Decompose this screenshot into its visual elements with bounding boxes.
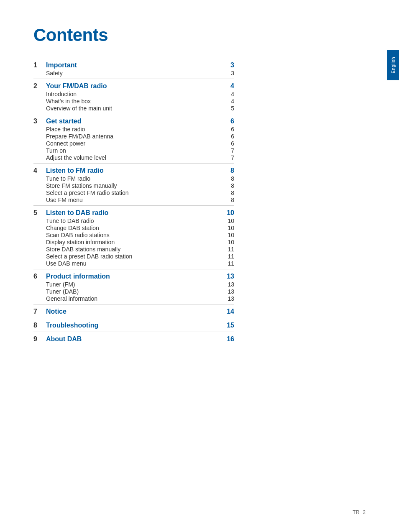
toc-sub-page-3-4: 7 — [222, 154, 234, 161]
toc-section-8: 8Troubleshooting15 — [33, 318, 234, 332]
toc-sub-page-4-3: 8 — [222, 197, 234, 203]
list-item: Store DAB stations manually11 — [46, 246, 234, 253]
page-footer: TR 2 — [353, 509, 366, 515]
toc-sub-title-4-1: Store FM stations manually — [46, 182, 222, 189]
page-container: English Contents 1Important3Safety32Your… — [0, 0, 399, 532]
toc-section-2: 2Your FM/DAB radio4Introduction4What's i… — [33, 79, 234, 114]
toc-sub-page-6-1: 13 — [222, 288, 234, 295]
toc-page-6: 13 — [222, 273, 234, 280]
list-item: Display station information10 — [46, 239, 234, 246]
toc-section-9: 9About DAB16 — [33, 332, 234, 345]
toc-title-8: Troubleshooting — [46, 322, 222, 329]
toc-section-7: 7Notice14 — [33, 304, 234, 318]
toc-title-2: Your FM/DAB radio — [46, 82, 222, 90]
toc-sub-page-5-3: 10 — [222, 239, 234, 246]
toc-sub-page-4-0: 8 — [222, 175, 234, 182]
toc-sub-title-2-2: Overview of the main unit — [46, 105, 222, 112]
toc-number-2: 2 — [33, 82, 46, 90]
toc-sub-title-5-3: Display station information — [46, 239, 222, 246]
toc-sub-title-5-6: Use DAB menu — [46, 260, 222, 267]
toc-number-9: 9 — [33, 335, 46, 343]
toc-sub-title-4-0: Tune to FM radio — [46, 175, 222, 182]
toc-sub-title-5-4: Store DAB stations manually — [46, 246, 222, 253]
toc-sub-page-2-0: 4 — [222, 91, 234, 97]
list-item: Change DAB station10 — [46, 225, 234, 231]
toc-number-8: 8 — [33, 322, 46, 329]
list-item: Tuner (FM)13 — [46, 281, 234, 288]
toc-sub-page-1-0: 3 — [222, 70, 234, 77]
list-item: Tune to FM radio8 — [46, 175, 234, 182]
toc-sub-title-3-4: Adjust the volume level — [46, 154, 222, 161]
list-item: Tuner (DAB)13 — [46, 288, 234, 295]
toc-sub-page-5-1: 10 — [222, 225, 234, 231]
toc-sub-page-2-2: 5 — [222, 105, 234, 112]
toc-title-5: Listen to DAB radio — [46, 209, 222, 217]
toc-sub-title-6-1: Tuner (DAB) — [46, 288, 222, 295]
list-item: Select a preset FM radio station8 — [46, 189, 234, 196]
toc-sub-rows-2: Introduction4What's in the box4Overview … — [33, 91, 234, 112]
footer-page-number: 2 — [363, 509, 366, 515]
toc-page-2: 4 — [222, 82, 234, 90]
list-item: Tune to DAB radio10 — [46, 217, 234, 224]
toc-title-3: Get started — [46, 118, 222, 125]
list-item: Connect power6 — [46, 140, 234, 147]
toc-sub-page-5-0: 10 — [222, 217, 234, 224]
toc-sub-rows-5: Tune to DAB radio10Change DAB station10S… — [33, 217, 234, 267]
toc-number-4: 4 — [33, 167, 46, 174]
toc-sub-title-3-1: Prepare FM/DAB antenna — [46, 133, 222, 140]
toc-page-5: 10 — [222, 209, 234, 217]
list-item: General information13 — [46, 295, 234, 302]
toc-sub-title-2-1: What's in the box — [46, 98, 222, 105]
toc-sub-title-1-0: Safety — [46, 70, 222, 77]
toc-sub-page-5-4: 11 — [222, 246, 234, 253]
toc-title-6: Product information — [46, 273, 222, 280]
list-item: Store FM stations manually8 — [46, 182, 234, 189]
toc-number-6: 6 — [33, 273, 46, 280]
toc-number-7: 7 — [33, 308, 46, 315]
toc-sub-page-5-5: 11 — [222, 253, 234, 260]
toc-number-1: 1 — [33, 61, 46, 69]
list-item: Use DAB menu11 — [46, 260, 234, 267]
toc-page-4: 8 — [222, 167, 234, 174]
toc-page-8: 15 — [222, 322, 234, 329]
toc-sub-title-2-0: Introduction — [46, 91, 222, 97]
toc-sub-title-5-0: Tune to DAB radio — [46, 217, 222, 224]
toc-page-1: 3 — [222, 61, 234, 69]
list-item: Introduction4 — [46, 91, 234, 97]
list-item: Use FM menu8 — [46, 197, 234, 203]
toc-title-4: Listen to FM radio — [46, 167, 222, 174]
toc-sub-page-3-0: 6 — [222, 126, 234, 133]
toc-container: 1Important3Safety32Your FM/DAB radio4Int… — [33, 58, 234, 345]
side-tab-label: English — [391, 57, 396, 74]
side-tab: English — [387, 50, 399, 80]
toc-number-3: 3 — [33, 118, 46, 125]
toc-sub-title-3-2: Connect power — [46, 140, 222, 147]
toc-sub-rows-6: Tuner (FM)13Tuner (DAB)13General informa… — [33, 281, 234, 302]
toc-sub-page-5-2: 10 — [222, 232, 234, 238]
toc-sub-page-3-1: 6 — [222, 133, 234, 140]
toc-sub-title-5-1: Change DAB station — [46, 225, 222, 231]
toc-number-5: 5 — [33, 209, 46, 217]
toc-sub-page-6-0: 13 — [222, 281, 234, 288]
list-item: Scan DAB radio stations10 — [46, 232, 234, 238]
list-item: What's in the box4 — [46, 98, 234, 105]
toc-sub-page-4-1: 8 — [222, 182, 234, 189]
list-item: Overview of the main unit5 — [46, 105, 234, 112]
toc-section-4: 4Listen to FM radio8Tune to FM radio8Sto… — [33, 163, 234, 205]
toc-section-1: 1Important3Safety3 — [33, 58, 234, 79]
toc-sub-page-3-3: 7 — [222, 147, 234, 154]
toc-section-6: 6Product information13Tuner (FM)13Tuner … — [33, 269, 234, 304]
footer-label: TR — [353, 509, 359, 515]
toc-sub-title-4-2: Select a preset FM radio station — [46, 189, 222, 196]
toc-section-5: 5Listen to DAB radio10Tune to DAB radio1… — [33, 205, 234, 269]
list-item: Safety3 — [46, 70, 234, 77]
list-item: Turn on7 — [46, 147, 234, 154]
page-title: Contents — [33, 25, 366, 45]
toc-sub-title-3-0: Place the radio — [46, 126, 222, 133]
list-item: Select a preset DAB radio station11 — [46, 253, 234, 260]
toc-sub-page-5-6: 11 — [222, 260, 234, 267]
list-item: Prepare FM/DAB antenna6 — [46, 133, 234, 140]
toc-sub-title-5-2: Scan DAB radio stations — [46, 232, 222, 238]
toc-sub-page-2-1: 4 — [222, 98, 234, 105]
list-item: Adjust the volume level7 — [46, 154, 234, 161]
